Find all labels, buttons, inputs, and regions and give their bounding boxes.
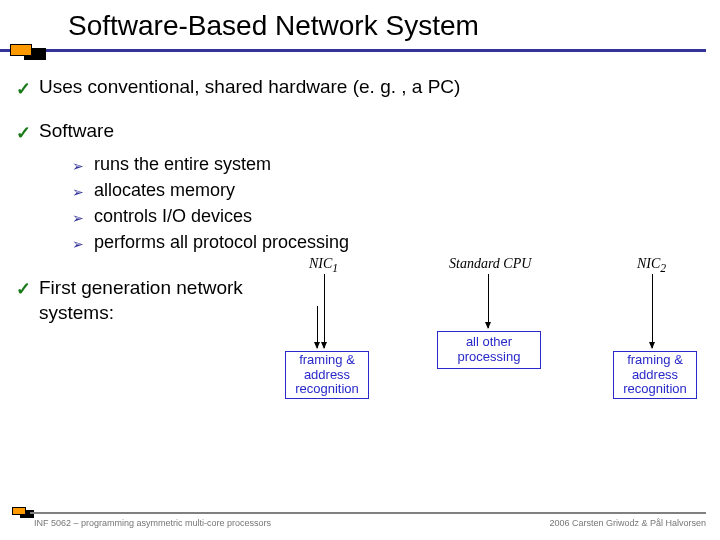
label-nic2: NIC2 [637, 256, 666, 275]
bullet-1-text: Uses conventional, shared hardware (e. g… [39, 76, 460, 98]
sub-bullet: ➢ runs the entire system [72, 154, 704, 178]
sub-bullet: ➢ performs all protocol processing [72, 232, 704, 256]
sub-bullet-text: runs the entire system [94, 154, 271, 175]
arrow-icon: ➢ [72, 206, 84, 230]
bullet-1: ✓ Uses conventional, shared hardware (e.… [16, 76, 704, 102]
bullet-3-text: First generation network systems: [39, 276, 289, 325]
bullet-2: ✓ Software [16, 120, 704, 146]
arrow-down-icon [317, 306, 318, 348]
sub-bullet-text: performs all protocol processing [94, 232, 349, 253]
box-framing-right: framing & address recognition [613, 351, 697, 399]
footer-left-text: INF 5062 – programming asymmetric multi-… [34, 518, 271, 528]
sub-bullet-text: controls I/O devices [94, 206, 252, 227]
footer-line [30, 512, 706, 514]
title-bar: Software-Based Network System [0, 0, 720, 58]
arrow-down-icon [324, 274, 325, 348]
arrow-icon: ➢ [72, 180, 84, 204]
arrow-down-icon [488, 274, 489, 328]
sub-bullet: ➢ allocates memory [72, 180, 704, 204]
footer: INF 5062 – programming asymmetric multi-… [0, 512, 720, 534]
bullet-2-text: Software [39, 120, 114, 142]
diagram: NIC1 Standard CPU NIC2 framing & address… [289, 256, 704, 406]
label-cpu: Standard CPU [449, 256, 531, 272]
sub-bullet-list: ➢ runs the entire system ➢ allocates mem… [72, 154, 704, 256]
content-area: ✓ Uses conventional, shared hardware (e.… [0, 58, 720, 406]
box-processing: all other processing [437, 331, 541, 369]
label-nic1: NIC1 [309, 256, 338, 275]
bottom-row: ✓ First generation network systems: NIC1… [16, 276, 704, 406]
slide-title: Software-Based Network System [68, 10, 720, 42]
check-icon: ✓ [16, 76, 31, 102]
sub-bullet-text: allocates memory [94, 180, 235, 201]
footer-right-text: 2006 Carsten Griwodz & Pål Halvorsen [549, 518, 706, 528]
box-framing-left: framing & address recognition [285, 351, 369, 399]
title-underline [0, 49, 706, 52]
sub-bullet: ➢ controls I/O devices [72, 206, 704, 230]
arrow-icon: ➢ [72, 154, 84, 178]
check-icon: ✓ [16, 120, 31, 146]
check-icon: ✓ [16, 276, 31, 302]
arrow-icon: ➢ [72, 232, 84, 256]
arrow-down-icon [652, 274, 653, 348]
title-decor [10, 44, 44, 58]
